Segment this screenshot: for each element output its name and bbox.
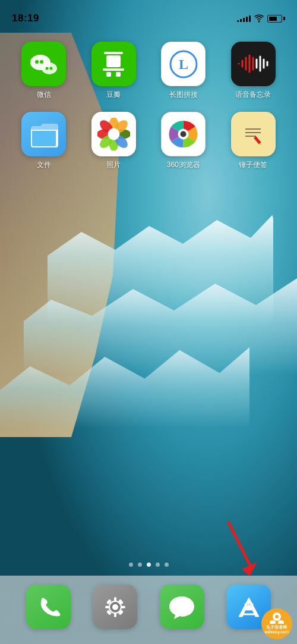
wifi-icon xyxy=(254,14,264,23)
watermark-text: 丸子安卓网w2easy.com xyxy=(264,624,290,636)
app-voicememo[interactable]: 语音备忘录 xyxy=(222,42,286,100)
svg-point-33 xyxy=(181,131,187,137)
svg-rect-45 xyxy=(114,612,116,617)
svg-rect-46 xyxy=(105,606,110,608)
svg-rect-7 xyxy=(104,52,123,54)
svg-rect-10 xyxy=(106,72,111,77)
svg-rect-9 xyxy=(103,68,124,71)
longimg-label: 长图拼接 xyxy=(169,90,198,100)
wechat-icon xyxy=(21,42,66,86)
page-dot-4 xyxy=(156,563,160,567)
douban-icon xyxy=(91,42,136,86)
douban-label: 豆瓣 xyxy=(106,90,121,100)
svg-point-4 xyxy=(42,62,57,74)
status-time: 18:19 xyxy=(12,12,39,24)
red-arrow-icon xyxy=(217,517,264,582)
photos-icon xyxy=(91,112,136,156)
svg-rect-51 xyxy=(118,610,124,615)
app-notes[interactable]: 锤子便签 xyxy=(222,112,286,170)
page-dot-3 xyxy=(147,563,151,567)
browser360-label: 360浏览器 xyxy=(167,160,200,170)
svg-rect-8 xyxy=(106,55,121,67)
app-files[interactable]: 文件 xyxy=(12,112,76,170)
svg-point-31 xyxy=(108,128,119,140)
page-dot-2 xyxy=(138,563,142,567)
app-douban[interactable]: 豆瓣 xyxy=(82,42,146,100)
voicememo-icon xyxy=(231,42,276,86)
settings-icon xyxy=(93,585,137,629)
dock xyxy=(0,576,297,644)
files-icon xyxy=(21,112,66,156)
svg-rect-11 xyxy=(116,72,121,77)
svg-point-0 xyxy=(258,21,260,23)
svg-point-57 xyxy=(275,615,279,618)
dock-messages[interactable] xyxy=(160,585,204,629)
svg-text:L: L xyxy=(179,56,188,72)
svg-line-40 xyxy=(229,523,249,564)
app-grid: 微信 豆瓣 L 长图拼接 xyxy=(0,36,297,176)
app-wechat[interactable]: 微信 xyxy=(12,42,76,100)
page-dot-1 xyxy=(129,563,133,567)
app-360[interactable]: 360浏览器 xyxy=(151,112,216,170)
dock-settings[interactable] xyxy=(93,585,137,629)
browser360-icon xyxy=(161,112,206,156)
dock-phone[interactable] xyxy=(26,585,71,629)
page-dot-5 xyxy=(165,563,169,567)
svg-rect-44 xyxy=(114,597,116,602)
app-longimg[interactable]: L 长图拼接 xyxy=(151,42,216,100)
messages-icon xyxy=(160,585,204,629)
phone-icon xyxy=(26,585,71,629)
photos-label: 照片 xyxy=(106,160,121,170)
svg-rect-34 xyxy=(241,122,265,146)
longimg-icon: L xyxy=(161,42,206,86)
files-label: 文件 xyxy=(37,160,51,170)
wechat-label: 微信 xyxy=(37,90,51,100)
signal-icon xyxy=(237,15,251,22)
svg-point-53 xyxy=(112,604,118,610)
status-icons xyxy=(237,14,285,23)
svg-rect-47 xyxy=(121,606,125,608)
status-bar: 18:19 xyxy=(0,0,297,30)
voicememo-label: 语音备忘录 xyxy=(235,90,271,100)
notes-label: 锤子便签 xyxy=(239,160,267,170)
svg-rect-49 xyxy=(118,599,124,604)
svg-point-2 xyxy=(35,60,39,64)
svg-point-3 xyxy=(40,60,43,64)
notes-icon xyxy=(231,112,276,156)
svg-point-6 xyxy=(49,67,52,70)
app-photos[interactable]: 照片 xyxy=(82,112,146,170)
red-arrow-container xyxy=(217,517,264,585)
battery-icon xyxy=(267,15,285,23)
watermark: 丸子安卓网w2easy.com xyxy=(261,608,292,639)
svg-point-5 xyxy=(45,67,48,70)
